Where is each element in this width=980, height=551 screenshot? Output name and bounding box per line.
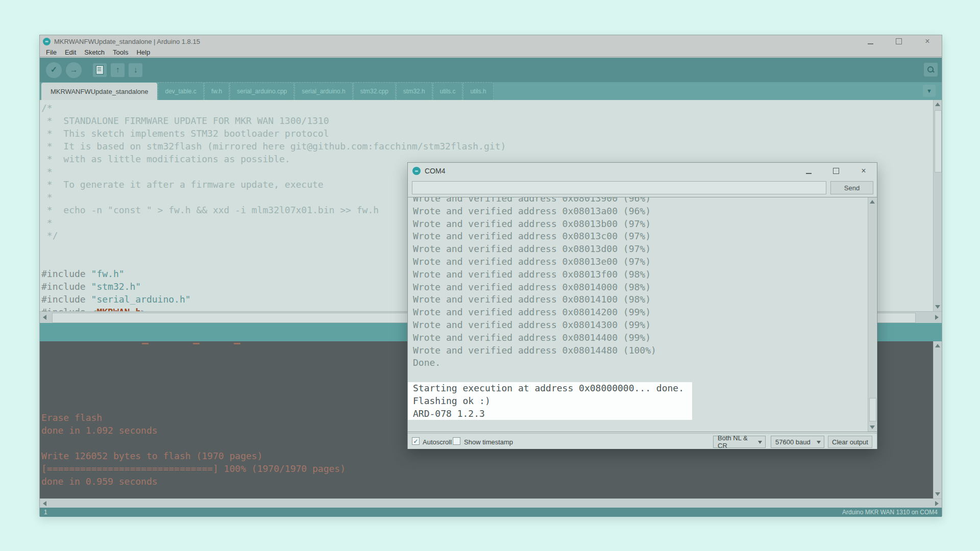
serial-line: Wrote and verified address 0x08014480 (1… bbox=[408, 344, 877, 357]
magnifier-icon bbox=[927, 66, 935, 73]
scroll-down-icon bbox=[935, 305, 940, 309]
serial-vertical-scrollbar[interactable] bbox=[868, 197, 876, 432]
maximize-button[interactable] bbox=[832, 167, 840, 175]
tab-serial_arduino.h[interactable]: serial_arduino.h bbox=[295, 82, 352, 100]
menu-edit[interactable]: Edit bbox=[61, 48, 80, 56]
tab-bar: MKRWANFWUpdate_standalonedev_table.cfw.h… bbox=[40, 82, 942, 100]
serial-line: Wrote and verified address 0x08014300 (9… bbox=[408, 319, 877, 332]
close-button[interactable]: × bbox=[860, 167, 868, 175]
scrollbar-thumb[interactable] bbox=[935, 110, 942, 172]
line-number-indicator: 1 bbox=[44, 509, 47, 516]
scroll-up-icon bbox=[935, 103, 940, 106]
save-button[interactable]: ↓ bbox=[129, 63, 142, 77]
serial-line: Wrote and verified address 0x08014000 (9… bbox=[408, 281, 877, 294]
serial-line-selected: Flashing ok :) bbox=[408, 395, 692, 408]
autoscroll-label: Autoscroll bbox=[423, 438, 452, 446]
console-line: Write 126052 bytes to flash (1970 pages) bbox=[41, 449, 934, 462]
console-line: done in 0.959 seconds bbox=[41, 475, 934, 488]
console-line bbox=[41, 488, 934, 498]
serial-line: Wrote and verified address 0x08014400 (9… bbox=[408, 332, 877, 344]
minimize-icon bbox=[868, 43, 873, 44]
line-ending-dropdown[interactable]: Both NL & CR bbox=[713, 436, 766, 448]
code-line: * This sketch implements STM32 bootloade… bbox=[41, 127, 934, 140]
verify-button[interactable]: ✓ bbox=[46, 62, 62, 78]
document-icon bbox=[96, 65, 104, 74]
tab-list-dropdown-button[interactable]: ▼ bbox=[923, 85, 936, 97]
window-controls: × bbox=[866, 37, 942, 45]
serial-line bbox=[408, 369, 877, 382]
serial-line-selected: ARD-078 1.2.3 bbox=[408, 408, 692, 420]
scroll-up-icon bbox=[870, 200, 875, 204]
scroll-left-icon bbox=[43, 315, 46, 320]
scroll-right-icon bbox=[935, 315, 939, 320]
status-bar: 1 Arduino MKR WAN 1310 on COM4 bbox=[40, 508, 942, 517]
check-icon: ✓ bbox=[51, 66, 57, 74]
scroll-down-icon bbox=[935, 492, 940, 496]
serial-line: Wrote and verified address 0x08013b00 (9… bbox=[408, 218, 877, 231]
scroll-up-icon bbox=[935, 344, 940, 347]
upload-button[interactable]: → bbox=[66, 62, 82, 78]
menu-file[interactable]: File bbox=[42, 48, 61, 56]
menu-help[interactable]: Help bbox=[132, 48, 154, 56]
tab-MKRWANFWUpdate_standalone[interactable]: MKRWANFWUpdate_standalone bbox=[41, 83, 157, 100]
serial-line: Wrote and verified address 0x08013d00 (9… bbox=[408, 243, 877, 256]
serial-line: Wrote and verified address 0x08013f00 (9… bbox=[408, 268, 877, 281]
tab-utils.h[interactable]: utils.h bbox=[463, 82, 493, 100]
serial-line: Done. bbox=[408, 357, 877, 369]
clear-output-button[interactable]: Clear output bbox=[828, 436, 872, 448]
show-timestamp-checkbox[interactable] bbox=[453, 437, 460, 445]
menu-sketch[interactable]: Sketch bbox=[80, 48, 109, 56]
send-row: Send bbox=[408, 181, 877, 195]
console-line: [==============================] 100% (1… bbox=[41, 462, 934, 475]
new-sketch-button[interactable] bbox=[93, 63, 107, 77]
autoscroll-checkbox[interactable]: ✓ bbox=[412, 437, 420, 445]
arrow-right-icon: → bbox=[70, 66, 78, 74]
serial-monitor-button[interactable] bbox=[924, 63, 938, 77]
minimize-icon bbox=[806, 172, 812, 174]
maximize-icon bbox=[896, 38, 902, 44]
serial-line: Wrote and verified address 0x08013c00 (9… bbox=[408, 230, 877, 243]
baud-rate-dropdown[interactable]: 57600 baud bbox=[771, 436, 824, 448]
serial-window-title: COM4 bbox=[425, 167, 445, 175]
serial-line-selected: Starting execution at address 0x08000000… bbox=[408, 382, 692, 395]
serial-line: Wrote and verified address 0x08014200 (9… bbox=[408, 306, 877, 319]
console-horizontal-scrollbar[interactable] bbox=[40, 498, 942, 508]
code-line: * It is based on stm32flash (mirrored he… bbox=[41, 140, 934, 153]
arrow-down-icon: ↓ bbox=[134, 66, 138, 74]
menu-tools[interactable]: Tools bbox=[109, 48, 132, 56]
code-line: /* bbox=[41, 102, 934, 114]
show-timestamp-label: Show timestamp bbox=[464, 438, 513, 446]
maximize-button[interactable] bbox=[895, 37, 903, 45]
send-button[interactable]: Send bbox=[830, 181, 873, 194]
serial-bottom-bar: ✓ Autoscroll Show timestamp Both NL & CR… bbox=[408, 433, 877, 449]
board-port-indicator: Arduino MKR WAN 1310 on COM4 bbox=[842, 509, 938, 516]
minimize-button[interactable] bbox=[866, 37, 874, 45]
scroll-down-icon bbox=[870, 425, 875, 429]
serial-text: Wrote and verified address 0x08013900 (9… bbox=[408, 197, 877, 420]
scrollbar-thumb[interactable] bbox=[869, 398, 876, 421]
maximize-icon bbox=[833, 168, 839, 174]
tab-stm32.cpp[interactable]: stm32.cpp bbox=[353, 82, 396, 100]
tab-utils.c[interactable]: utils.c bbox=[433, 82, 463, 100]
arduino-app-icon: ∞ bbox=[412, 167, 421, 175]
serial-send-input[interactable] bbox=[412, 181, 826, 194]
serial-output-area[interactable]: Wrote and verified address 0x08013900 (9… bbox=[408, 197, 877, 432]
serial-line: Wrote and verified address 0x08013a00 (9… bbox=[408, 205, 877, 218]
arrow-up-icon: ↑ bbox=[116, 66, 120, 74]
tab-fw.h[interactable]: fw.h bbox=[204, 82, 229, 100]
tab-serial_arduino.cpp[interactable]: serial_arduino.cpp bbox=[230, 82, 294, 100]
tab-stm32.h[interactable]: stm32.h bbox=[396, 82, 432, 100]
tab-dev_table.c[interactable]: dev_table.c bbox=[158, 82, 203, 100]
console-vertical-scrollbar[interactable] bbox=[933, 341, 942, 498]
serial-title-bar: ∞ COM4 × bbox=[408, 163, 877, 179]
serial-line: Wrote and verified address 0x08014100 (9… bbox=[408, 293, 877, 306]
clipped-text-remnant bbox=[142, 343, 149, 344]
close-button[interactable]: × bbox=[923, 37, 932, 45]
minimize-button[interactable] bbox=[804, 167, 813, 175]
open-button[interactable]: ↑ bbox=[111, 63, 125, 77]
clipped-text-remnant bbox=[234, 343, 240, 344]
code-line: * STANDALONE FIRMWARE UPDATE FOR MKR WAN… bbox=[41, 114, 934, 127]
scroll-left-icon bbox=[43, 501, 46, 506]
menu-bar: FileEditSketchToolsHelp bbox=[40, 47, 942, 57]
editor-vertical-scrollbar[interactable] bbox=[933, 100, 942, 311]
